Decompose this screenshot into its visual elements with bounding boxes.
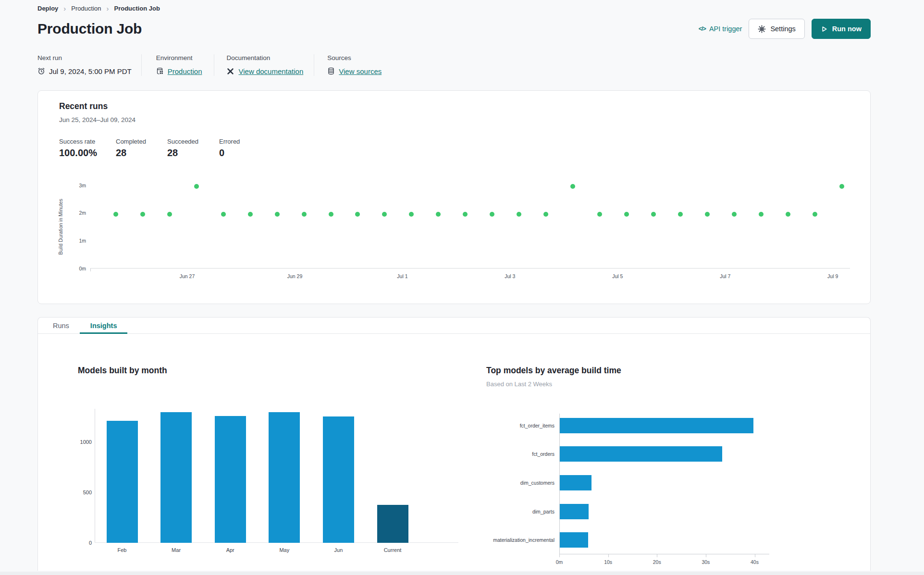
x-axis-tick-mark bbox=[755, 554, 755, 557]
stat-label: Success rate bbox=[59, 138, 116, 145]
axis-corner-tick bbox=[90, 269, 91, 271]
model-bar bbox=[560, 532, 588, 548]
chevron-right-icon: › bbox=[107, 5, 109, 12]
view-sources-link[interactable]: View sources bbox=[339, 67, 382, 75]
y-axis-line bbox=[95, 409, 95, 543]
y-axis-tick-label: 0 bbox=[89, 540, 92, 546]
run-now-button[interactable]: Run now bbox=[812, 19, 871, 39]
stat-success-rate: Success rate 100.00% bbox=[59, 138, 116, 159]
stat-value: 100.00% bbox=[59, 147, 116, 159]
run-dot[interactable] bbox=[409, 212, 414, 217]
run-dot[interactable] bbox=[786, 212, 790, 217]
x-axis-line bbox=[90, 268, 850, 269]
models-by-month-title: Models built by month bbox=[78, 366, 167, 376]
environment-link[interactable]: Production bbox=[168, 67, 202, 75]
next-run-label: Next run bbox=[37, 54, 132, 61]
page-content: Deploy › Production › Production Job Pro… bbox=[37, 0, 871, 571]
run-dot[interactable] bbox=[759, 212, 764, 217]
run-dot[interactable] bbox=[597, 212, 602, 217]
stat-value: 0 bbox=[219, 147, 240, 159]
next-run-section: Next run Jul 9, 2024, 5:00 PM PDT bbox=[37, 54, 142, 76]
x-axis-tick-label: Jul 1 bbox=[397, 273, 407, 279]
x-axis-tick-label: Jul 5 bbox=[612, 273, 623, 279]
run-dot[interactable] bbox=[248, 212, 253, 217]
environment-label: Environment bbox=[156, 54, 202, 61]
api-trigger-label: API trigger bbox=[709, 25, 742, 33]
run-dot[interactable] bbox=[167, 212, 172, 217]
tab-bar: Runs Insights bbox=[38, 318, 870, 334]
run-dot[interactable] bbox=[732, 212, 737, 217]
y-axis-tick-label: 3m bbox=[79, 183, 90, 188]
run-dot[interactable] bbox=[624, 212, 629, 217]
view-documentation-link[interactable]: View documentation bbox=[238, 67, 303, 75]
stat-label: Succeeded bbox=[167, 138, 219, 145]
x-axis-tick-label: Apr bbox=[226, 547, 234, 553]
month-bar bbox=[160, 412, 192, 543]
run-dot[interactable] bbox=[517, 212, 521, 217]
stat-succeeded: Succeeded 28 bbox=[167, 138, 219, 159]
run-dot[interactable] bbox=[813, 212, 817, 217]
insights-card: Runs Insights Models built by month Top … bbox=[37, 317, 871, 571]
run-dot[interactable] bbox=[275, 212, 280, 217]
y-axis-tick-label: 2m bbox=[79, 210, 90, 216]
run-dot[interactable] bbox=[382, 212, 387, 217]
stat-errored: Errored 0 bbox=[219, 138, 240, 159]
documentation-label: Documentation bbox=[226, 54, 303, 61]
breadcrumb-deploy[interactable]: Deploy bbox=[37, 5, 58, 12]
settings-label: Settings bbox=[770, 25, 795, 33]
tab-insights[interactable]: Insights bbox=[80, 318, 128, 333]
x-axis-tick-label: Jul 9 bbox=[827, 273, 838, 279]
dbt-docs-icon bbox=[226, 67, 234, 75]
x-axis-tick-label: Current bbox=[384, 547, 402, 553]
environment-icon bbox=[156, 67, 164, 75]
model-bar bbox=[560, 418, 753, 433]
category-label: dim_parts bbox=[532, 509, 554, 514]
recent-runs-title: Recent runs bbox=[59, 101, 108, 111]
run-dot[interactable] bbox=[651, 212, 656, 217]
stat-value: 28 bbox=[167, 147, 219, 159]
run-dot[interactable] bbox=[436, 212, 441, 217]
run-dot[interactable] bbox=[705, 212, 710, 217]
tab-runs[interactable]: Runs bbox=[42, 318, 80, 333]
run-dot[interactable] bbox=[463, 212, 468, 217]
run-now-label: Run now bbox=[832, 25, 862, 33]
category-label: fct_orders bbox=[532, 451, 554, 457]
settings-button[interactable]: Settings bbox=[749, 19, 804, 39]
x-axis-tick-label: Jul 3 bbox=[505, 273, 515, 279]
x-axis-tick-label: 10s bbox=[604, 559, 612, 565]
models-by-month-plot: 05001000FebMarAprMayJunCurrent bbox=[95, 409, 422, 543]
run-dot[interactable] bbox=[678, 212, 683, 217]
run-dot[interactable] bbox=[355, 212, 360, 217]
run-dot[interactable] bbox=[570, 184, 575, 189]
job-info-row: Next run Jul 9, 2024, 5:00 PM PDT Enviro… bbox=[37, 54, 871, 76]
run-dot[interactable] bbox=[221, 212, 226, 217]
top-models-plot: fct_order_itemsfct_ordersdim_customersdi… bbox=[559, 411, 769, 554]
run-dot[interactable] bbox=[140, 212, 145, 217]
x-axis-tick-label: Mar bbox=[172, 547, 181, 553]
breadcrumb: Deploy › Production › Production Job bbox=[37, 5, 871, 12]
run-dot[interactable] bbox=[543, 212, 548, 217]
run-dot[interactable] bbox=[329, 212, 333, 217]
run-dot[interactable] bbox=[194, 184, 199, 189]
run-dot[interactable] bbox=[490, 212, 494, 217]
recent-runs-date-range: Jun 25, 2024–Jul 09, 2024 bbox=[59, 116, 136, 123]
y-axis-tick-label: 1m bbox=[79, 238, 90, 244]
run-dot[interactable] bbox=[113, 212, 118, 217]
run-dot[interactable] bbox=[302, 212, 307, 217]
run-dot[interactable] bbox=[839, 184, 844, 189]
sources-section: Sources View sources bbox=[314, 54, 382, 76]
alarm-clock-icon bbox=[37, 67, 45, 75]
breadcrumb-production[interactable]: Production bbox=[71, 5, 101, 12]
month-bar bbox=[215, 416, 246, 543]
x-axis-tick-label: Feb bbox=[118, 547, 127, 553]
x-axis-tick-mark bbox=[559, 554, 560, 557]
y-axis-tick-label: 1000 bbox=[80, 439, 92, 445]
x-axis-tick-label: Jun bbox=[334, 547, 343, 553]
recent-runs-stats: Success rate 100.00% Completed 28 Succee… bbox=[59, 138, 240, 159]
database-icon bbox=[327, 67, 335, 75]
api-trigger-link[interactable]: </> API trigger bbox=[699, 25, 742, 33]
category-label: dim_customers bbox=[520, 480, 554, 486]
chevron-right-icon: › bbox=[63, 5, 66, 12]
x-axis-tick-label: May bbox=[279, 547, 289, 553]
header-actions: </> API trigger Settings bbox=[699, 19, 871, 39]
